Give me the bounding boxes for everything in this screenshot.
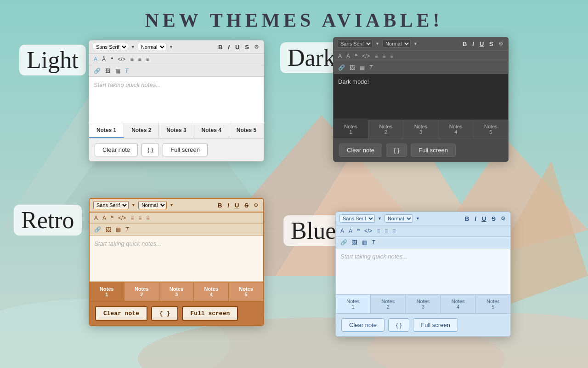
dark-tab-2[interactable]: Notes2: [368, 120, 403, 138]
blue-clear-button[interactable]: Clear note: [341, 318, 384, 332]
dark-color-icon[interactable]: A: [337, 52, 343, 60]
retro-tab-2[interactable]: Notes2: [124, 282, 159, 301]
retro-bold-btn[interactable]: B: [216, 201, 223, 209]
retro-settings-icon[interactable]: ⚙: [253, 201, 260, 209]
light-size-select[interactable]: Normal: [138, 43, 166, 51]
light-code-icon[interactable]: </>: [117, 56, 126, 63]
blue-link-icon[interactable]: 🔗: [339, 239, 348, 246]
light-img-icon[interactable]: 🖼: [104, 67, 112, 75]
light-tab-2[interactable]: Notes 2: [124, 123, 159, 138]
retro-tab-1[interactable]: Notes1: [90, 282, 124, 301]
dark-img-icon[interactable]: 🖼: [349, 64, 356, 71]
dark-bold-btn[interactable]: B: [461, 40, 468, 48]
dark-braces-button[interactable]: { }: [386, 144, 407, 157]
light-braces-button[interactable]: { }: [141, 143, 159, 156]
blue-img-icon[interactable]: 🖼: [351, 239, 358, 246]
blue-underline-btn[interactable]: U: [481, 215, 487, 223]
dark-tab-5[interactable]: Notes5: [474, 120, 508, 138]
retro-tab-5[interactable]: Notes5: [229, 282, 263, 301]
dark-settings-icon[interactable]: ⚙: [498, 40, 504, 47]
light-link-icon[interactable]: 🔗: [93, 67, 102, 75]
light-underline-btn[interactable]: U: [234, 43, 241, 51]
blue-bold-btn[interactable]: B: [464, 215, 470, 223]
blue-tab-5[interactable]: Notes5: [476, 295, 510, 313]
dark-tab-3[interactable]: Notes3: [403, 120, 438, 138]
dark-code-icon[interactable]: </>: [361, 52, 371, 60]
dark-tab-1[interactable]: Notes1: [334, 120, 368, 138]
blue-braces-button[interactable]: { }: [388, 318, 409, 332]
retro-ol-icon[interactable]: ≡: [130, 214, 135, 222]
dark-ul-icon[interactable]: ≡: [381, 52, 386, 60]
blue-tab-3[interactable]: Notes3: [406, 295, 441, 313]
retro-ul-icon[interactable]: ≡: [137, 214, 142, 222]
blue-size-select[interactable]: Normal: [384, 214, 413, 223]
dark-quote-icon[interactable]: ❝: [354, 52, 358, 60]
light-italic-btn[interactable]: I: [226, 43, 231, 51]
dark-strike-btn[interactable]: S: [488, 40, 495, 48]
retro-table-icon[interactable]: ▦: [115, 226, 122, 233]
retro-clear-button[interactable]: Clear note: [95, 306, 147, 321]
dark-italic-btn[interactable]: I: [471, 40, 475, 48]
blue-settings-icon[interactable]: ⚙: [500, 215, 507, 222]
light-table-icon[interactable]: ▦: [114, 67, 121, 75]
blue-italic-btn[interactable]: I: [473, 215, 478, 223]
light-ul-icon[interactable]: ≡: [137, 56, 142, 63]
retro-font-select[interactable]: Sans Serif: [93, 201, 129, 209]
light-align-icon[interactable]: ≡: [145, 56, 150, 63]
dark-clear-button[interactable]: Clear note: [339, 144, 382, 157]
dark-font-select[interactable]: Sans Serif: [337, 40, 373, 48]
retro-size-select[interactable]: Normal: [138, 201, 167, 209]
retro-quote-icon[interactable]: ❝: [110, 214, 114, 222]
light-tab-4[interactable]: Notes 4: [194, 123, 229, 138]
light-highlight-icon[interactable]: Ā: [101, 56, 107, 63]
blue-highlight-icon[interactable]: Ā: [348, 227, 353, 235]
light-ol-icon[interactable]: ≡: [129, 56, 134, 63]
retro-italic-btn[interactable]: I: [226, 201, 231, 209]
blue-fullscreen-button[interactable]: Full screen: [413, 318, 458, 332]
light-quote-icon[interactable]: ❝: [109, 56, 114, 63]
retro-underline-btn[interactable]: U: [233, 201, 240, 209]
dark-align-icon[interactable]: ≡: [389, 52, 394, 60]
dark-tab-4[interactable]: Notes4: [439, 120, 474, 138]
blue-align-icon[interactable]: ≡: [391, 227, 396, 235]
blue-ol-icon[interactable]: ≡: [376, 227, 381, 235]
light-settings-icon[interactable]: ⚙: [253, 43, 260, 51]
retro-highlight-icon[interactable]: Ā: [102, 214, 107, 222]
light-tab-3[interactable]: Notes 3: [159, 123, 194, 138]
retro-code-icon[interactable]: </>: [117, 214, 127, 222]
light-tab-5[interactable]: Notes 5: [229, 123, 264, 138]
dark-clearformat-icon[interactable]: T: [368, 64, 373, 71]
retro-strike-btn[interactable]: S: [243, 201, 250, 209]
dark-size-select[interactable]: Normal: [382, 40, 411, 48]
dark-link-icon[interactable]: 🔗: [337, 64, 346, 71]
dark-fullscreen-button[interactable]: Full screen: [411, 144, 456, 157]
blue-strike-btn[interactable]: S: [490, 215, 497, 223]
blue-table-icon[interactable]: ▦: [361, 239, 368, 246]
blue-tab-2[interactable]: Notes2: [371, 295, 406, 313]
retro-tab-3[interactable]: Notes3: [159, 282, 194, 301]
dark-underline-btn[interactable]: U: [478, 40, 485, 48]
light-clearformat-icon[interactable]: T: [124, 67, 129, 75]
blue-code-icon[interactable]: </>: [363, 227, 373, 235]
light-color-icon[interactable]: A: [93, 56, 98, 63]
light-bold-btn[interactable]: B: [217, 43, 224, 51]
retro-align-icon[interactable]: ≡: [145, 214, 150, 222]
blue-color-icon[interactable]: A: [339, 227, 345, 235]
retro-img-icon[interactable]: 🖼: [105, 226, 112, 233]
retro-color-icon[interactable]: A: [93, 214, 99, 222]
light-clear-button[interactable]: Clear note: [95, 143, 138, 156]
retro-link-icon[interactable]: 🔗: [93, 226, 102, 233]
dark-highlight-icon[interactable]: Ā: [345, 52, 351, 60]
dark-table-icon[interactable]: ▦: [359, 64, 366, 71]
retro-tab-4[interactable]: Notes4: [194, 282, 229, 301]
light-tab-1[interactable]: Notes 1: [89, 123, 124, 138]
retro-fullscreen-button[interactable]: Full screen: [182, 306, 238, 321]
blue-tab-4[interactable]: Notes4: [441, 295, 476, 313]
light-strike-btn[interactable]: S: [243, 43, 250, 51]
blue-tab-1[interactable]: Notes1: [336, 295, 371, 313]
light-fullscreen-button[interactable]: Full screen: [163, 143, 208, 156]
retro-braces-button[interactable]: { }: [151, 306, 178, 321]
retro-clearformat-icon[interactable]: T: [124, 226, 130, 233]
dark-ol-icon[interactable]: ≡: [373, 52, 379, 60]
blue-clearformat-icon[interactable]: T: [371, 239, 376, 246]
